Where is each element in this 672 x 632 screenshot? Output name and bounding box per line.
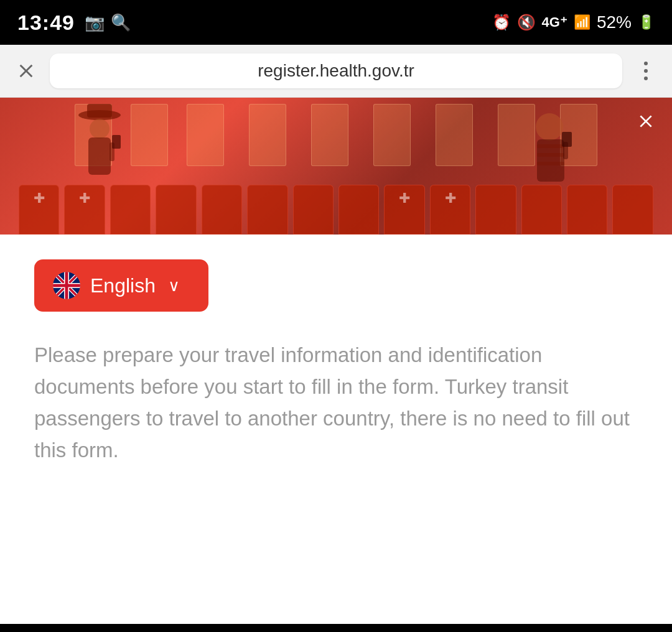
battery-icon: 🔋: [638, 14, 655, 30]
seat-9: ✚: [384, 185, 424, 235]
seat-6: [247, 185, 287, 235]
menu-dot-1: [644, 62, 648, 65]
svg-rect-10: [537, 144, 564, 148]
seat-8: [338, 185, 379, 235]
language-label: English: [90, 274, 156, 297]
svg-point-8: [536, 113, 563, 141]
search-icon: 🔍: [111, 13, 131, 32]
svg-rect-5: [88, 137, 111, 175]
window-decor-2: [131, 104, 168, 166]
svg-point-4: [90, 119, 110, 139]
person-left-figure: [75, 98, 124, 197]
web-content: ✚ ✚ ✚ ✚: [0, 98, 672, 624]
menu-dot-3: [644, 77, 648, 80]
status-bar: 13:49 📷 🔍 ⏰ 🔇 4G⁺ 📶 52% 🔋: [0, 0, 672, 45]
menu-dot-2: [644, 69, 648, 73]
svg-rect-12: [537, 162, 564, 165]
browser-menu-button[interactable]: [632, 57, 660, 85]
address-bar[interactable]: register.health.gov.tr: [50, 53, 622, 88]
description-text: Please prepare your travel information a…: [34, 339, 638, 467]
chevron-down-icon: ∨: [168, 276, 180, 295]
window-decor-6: [373, 104, 411, 166]
alarm-icon: ⏰: [492, 14, 511, 31]
seat-7: [293, 185, 334, 235]
hero-scene: ✚ ✚ ✚ ✚: [0, 98, 672, 235]
svg-rect-26: [53, 284, 80, 287]
status-icons-left: 📷 🔍: [85, 13, 131, 32]
hero-banner: ✚ ✚ ✚ ✚: [0, 98, 672, 235]
window-decor-3: [187, 104, 224, 166]
mute-icon: 🔇: [517, 14, 536, 31]
svg-rect-3: [87, 104, 112, 118]
seat-14: [612, 185, 653, 235]
banner-close-button[interactable]: [632, 108, 660, 135]
signal-icon: 📶: [574, 14, 590, 30]
window-decor-5: [311, 104, 348, 166]
browser-chrome: register.health.gov.tr: [0, 45, 672, 98]
status-right: ⏰ 🔇 4G⁺ 📶 52% 🔋: [492, 12, 655, 32]
url-text: register.health.gov.tr: [258, 61, 414, 81]
seat-1: ✚: [19, 185, 59, 235]
browser-close-button[interactable]: [12, 57, 40, 85]
svg-rect-11: [537, 153, 564, 157]
seat-13: [567, 185, 607, 235]
seat-5: [202, 185, 242, 235]
window-decor-4: [249, 104, 286, 166]
status-time: 13:49: [17, 11, 75, 35]
svg-rect-14: [562, 132, 572, 147]
page-body: English ∨ Please prepare your travel inf…: [0, 235, 672, 491]
seat-4: [156, 185, 196, 235]
battery-text: 52%: [597, 12, 632, 32]
svg-rect-7: [112, 135, 121, 149]
4g-icon: 4G⁺: [542, 14, 567, 30]
camera-icon: 📷: [85, 13, 105, 32]
seat-10: ✚: [430, 185, 470, 235]
window-decor-7: [436, 104, 473, 166]
language-selector[interactable]: English ∨: [34, 259, 208, 312]
person-right-figure: [526, 107, 572, 200]
uk-flag-icon: [53, 272, 80, 299]
status-left: 13:49 📷 🔍: [17, 11, 131, 35]
seat-11: [475, 185, 516, 235]
